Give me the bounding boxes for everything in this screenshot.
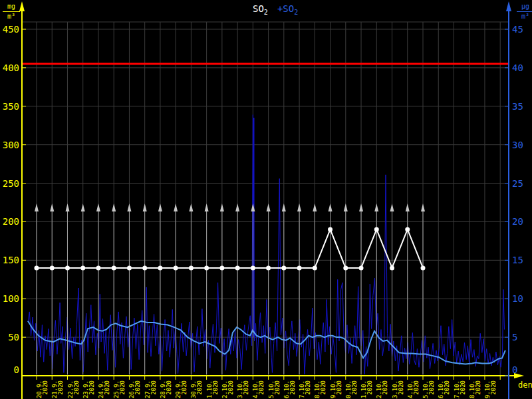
svg-text:0: 0 [14,364,19,375]
svg-text:30: 30 [512,140,523,150]
date-label: 11.10.2020 [360,380,373,399]
date-label: 15.10.2020 [422,380,435,399]
date-label: 30.9.2020 [190,380,203,398]
date-label: 28.9.2020 [160,380,172,398]
date-label: 1.10.2020 [206,380,219,398]
svg-text:200: 200 [3,216,19,227]
svg-text:35: 35 [512,101,523,112]
svg-text:250: 250 [3,178,19,189]
date-label: 4.10.2020 [252,380,265,398]
monitoring-chart-window: 050100150200250300350400450 051015202530… [0,0,532,399]
date-label: 7.10.2020 [299,380,311,398]
date-label: 2.10.2020 [221,380,234,398]
svg-text:150: 150 [3,255,19,265]
date-label: 22.9.2020 [67,380,80,398]
svg-text:15: 15 [512,255,523,265]
svg-text:450: 450 [3,24,19,35]
date-label: 27.9.2020 [144,380,157,398]
svg-text:350: 350 [3,101,19,112]
svg-text:20: 20 [512,216,523,227]
svg-text:50: 50 [8,332,19,342]
date-label: 23.9.2020 [82,380,95,398]
svg-text:10: 10 [512,293,523,304]
date-label: 10.10.2020 [345,380,358,399]
series-so2-daily-white [35,227,426,271]
x-axis-date-labels: 20.9.202021.9.202022.9.202023.9.202024.9… [36,380,497,399]
date-label: 20.9.2020 [36,380,49,398]
chart-title: SO2 +SO2 [253,3,298,16]
svg-text:45: 45 [512,24,523,35]
svg-text:300: 300 [3,140,19,150]
legend-so2-white: SO2 [253,3,268,16]
date-label: 12.10.2020 [376,380,388,399]
date-label: 25.9.2020 [113,380,126,398]
svg-text:5: 5 [512,332,517,342]
date-label: 14.10.2020 [407,380,420,399]
axis-tick-labels-right: 051015202530354045 [512,24,523,375]
right-axis-unit-label: µg m³ [517,3,532,21]
date-label: 29.9.2020 [175,380,188,398]
date-label: 9.10.2020 [330,380,342,398]
x-axis-unit-label: den [518,380,532,390]
svg-text:100: 100 [3,293,19,304]
date-label: 16.10.2020 [438,380,450,399]
axis-tick-labels-left: 050100150200250300350400450 [3,24,19,375]
date-label: 19.10.2020 [484,380,497,399]
date-label: 13.10.2020 [392,380,404,399]
chart-canvas: 050100150200250300350400450 051015202530… [0,0,532,399]
date-label: 18.10.2020 [469,380,481,399]
date-label: 6.10.2020 [283,380,296,398]
date-label: 24.9.2020 [98,380,110,398]
svg-text:400: 400 [3,63,19,73]
svg-text:25: 25 [512,178,523,189]
left-axis-unit-label: mg m³ [3,3,20,21]
legend-so2-blue: +SO2 [277,3,298,16]
svg-text:40: 40 [512,63,523,73]
date-label: 5.10.2020 [268,380,281,398]
series-so2-raw [28,115,505,374]
date-label: 8.10.2020 [314,380,327,398]
date-label: 26.9.2020 [128,380,141,398]
date-label: 17.10.2020 [454,380,466,399]
gridlines [22,22,509,376]
date-label: 21.9.2020 [51,380,64,398]
svg-text:0: 0 [512,364,517,375]
date-label: 3.10.2020 [237,380,249,398]
